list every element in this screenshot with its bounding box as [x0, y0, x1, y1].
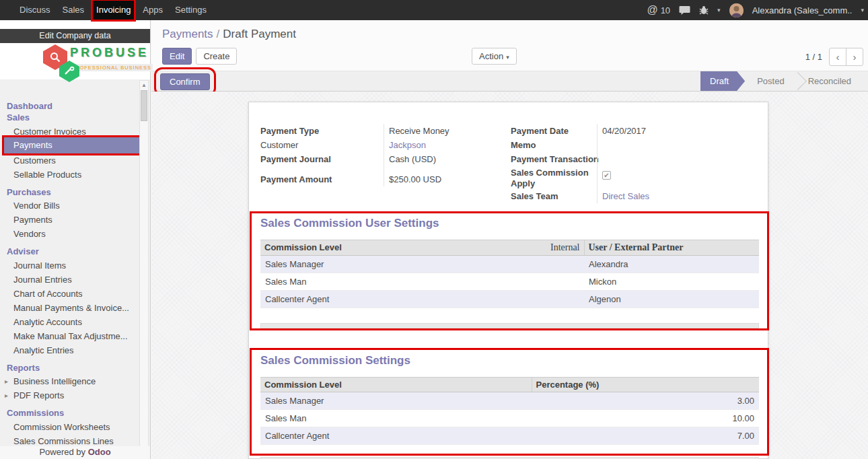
pager-previous-button[interactable]: ‹ — [829, 48, 846, 66]
breadcrumb-current: Draft Payment — [223, 28, 296, 40]
cell-commission-level[interactable]: Sales Manager — [260, 392, 532, 410]
cell-commission-level[interactable]: Sales Man — [260, 410, 532, 427]
table-row[interactable]: Callcenter Agent Algenon — [260, 291, 759, 308]
sidebar-item-sales-commissions-lines[interactable]: Sales Commissions Lines — [0, 435, 140, 447]
sidebar-heading-adviser[interactable]: Adviser — [0, 246, 140, 257]
bug-icon[interactable] — [699, 5, 709, 15]
table-row[interactable]: Sales Man 10.00 — [260, 410, 759, 427]
confirm-button[interactable]: Confirm — [160, 73, 210, 90]
nav-item-sales[interactable]: Sales — [59, 0, 89, 20]
sidebar-item-customers[interactable]: Customers — [0, 155, 140, 166]
label-customer: Customer — [260, 138, 384, 152]
label-sales-commission-apply: Sales Commission Apply — [511, 166, 597, 189]
section-title: Sales Commission Settings — [260, 354, 759, 367]
col-header-commission-level[interactable]: Commission Level — [260, 378, 532, 392]
user-menu-caret-icon[interactable]: ▾ — [861, 7, 864, 13]
sidebar-item-manual-payments-invoices[interactable]: Manual Payments & Invoice... — [0, 302, 140, 314]
scroll-up-icon[interactable]: ▲ — [140, 81, 148, 90]
sidebar-item-journal-items[interactable]: Journal Items — [0, 260, 140, 271]
scrollbar-thumb[interactable] — [141, 90, 147, 121]
status-reconciled[interactable]: Reconciled — [796, 71, 863, 91]
breadcrumb-payments-link[interactable]: Payments — [162, 28, 213, 40]
nav-item-discuss[interactable]: Discuss — [15, 0, 55, 20]
header-label: / External Partner — [607, 242, 683, 252]
value-sales-team-link[interactable]: Direct Sales — [602, 191, 649, 201]
value-payment-date: 04/20/2017 — [598, 124, 758, 138]
chat-bubble-icon[interactable] — [679, 5, 690, 15]
col-header-percentage[interactable]: Percentage (%) — [532, 378, 759, 392]
mentions-counter[interactable]: @ 10 — [647, 4, 670, 16]
nav-item-settings[interactable]: Settings — [171, 0, 211, 20]
sidebar-scrollbar[interactable]: ▲ ▼ — [139, 80, 149, 459]
nav-item-invoicing[interactable]: Invoicing — [92, 0, 135, 20]
expand-caret-icon: ▸ — [5, 376, 8, 387]
odoo-brand-link[interactable]: Odoo — [88, 447, 111, 457]
nav-item-apps[interactable]: Apps — [139, 0, 167, 20]
sidebar-item-commission-worksheets[interactable]: Commission Worksheets — [0, 421, 140, 433]
sales-commission-apply-checkbox[interactable]: ✔ — [602, 171, 611, 180]
edit-button[interactable]: Edit — [162, 48, 192, 65]
cell-percentage[interactable]: 7.00 — [532, 427, 759, 445]
col-header-commission-level[interactable]: Commission LevelInternal — [260, 240, 584, 256]
sidebar-item-pdf-reports[interactable]: ▸ PDF Reports — [0, 390, 140, 401]
label-payment-transaction: Payment Transaction — [511, 152, 597, 166]
sidebar-item-vendors[interactable]: Vendors — [0, 228, 140, 240]
table-row[interactable]: Sales Manager Alexandra — [260, 256, 759, 273]
col-header-internal-user-external-partner[interactable]: User / External Partner — [584, 240, 759, 256]
value-customer-link[interactable]: Jackpson — [389, 140, 426, 150]
edit-company-button[interactable]: Edit Company data — [0, 29, 150, 43]
cell-commission-level[interactable]: Sales Manager — [260, 256, 584, 273]
table-row[interactable]: Sales Man Mickon — [260, 273, 759, 291]
navbar-systray: @ 10 ▾ Alexandra (Sales_comm.. ▾ — [647, 0, 868, 20]
sidebar-item-business-intelligence[interactable]: ▸ Business Intelligence — [0, 376, 140, 387]
sidebar-item-payments-purchase[interactable]: Payments — [0, 214, 140, 225]
sidebar-heading-reports[interactable]: Reports — [0, 362, 140, 374]
cell-percentage[interactable]: 10.00 — [532, 410, 759, 427]
cell-commission-level[interactable]: Sales Man — [260, 273, 584, 291]
section-commission-settings: Sales Commission Settings Commission Lev… — [260, 354, 759, 445]
table-header-row: Commission Level Percentage (%) — [260, 378, 759, 392]
sidebar-heading-sales[interactable]: Sales — [0, 112, 140, 123]
action-dropdown[interactable]: Action▾ — [472, 48, 517, 65]
sidebar-item-chart-of-accounts[interactable]: Chart of Accounts — [0, 288, 140, 299]
cell-commission-level[interactable]: Callcenter Agent — [260, 427, 532, 445]
main-menu: Discuss Sales Invoicing Apps Settings — [0, 0, 213, 20]
label-payment-type: Payment Type — [260, 124, 384, 138]
sidebar-item-sellable-products[interactable]: Sellable Products — [0, 169, 140, 180]
horizontal-scrollbar-track[interactable] — [260, 323, 759, 328]
cell-user[interactable]: Mickon — [584, 273, 759, 291]
sidebar-item-make-manual-tax-adjustment[interactable]: Make Manual Tax Adjustme... — [0, 330, 140, 342]
commission-user-table: Commission LevelInternal User / External… — [260, 240, 759, 308]
sidebar-item-customer-invoices[interactable]: Customer Invoices — [0, 126, 140, 137]
sidebar-item-analytic-accounts[interactable]: Analytic Accounts — [0, 316, 140, 328]
table-row[interactable]: Callcenter Agent 7.00 — [260, 427, 759, 445]
pager-counter: 1 / 1 — [805, 52, 822, 62]
user-avatar[interactable] — [729, 3, 744, 17]
cell-user[interactable]: Alexandra — [584, 256, 759, 273]
spacer — [384, 166, 501, 172]
sidebar-heading-commissions[interactable]: Commissions — [0, 407, 140, 419]
cell-commission-level[interactable]: Callcenter Agent — [260, 291, 584, 308]
label-payment-date: Payment Date — [511, 124, 597, 138]
label-sales-team: Sales Team — [511, 189, 597, 203]
pager-next-button[interactable]: › — [846, 48, 863, 66]
sidebar-item-analytic-entries[interactable]: Analytic Entries — [0, 345, 140, 356]
status-draft: Draft — [700, 71, 745, 91]
sidebar-item-payments[interactable]: Payments — [4, 137, 140, 153]
sidebar-heading-purchases[interactable]: Purchases — [0, 186, 140, 198]
table-row[interactable]: Sales Manager 3.00 — [260, 392, 759, 410]
sidebar-item-dashboard[interactable]: Dashboard — [0, 100, 140, 112]
check-icon: ✔ — [604, 172, 609, 179]
sidebar-item-vendor-bills[interactable]: Vendor Bills — [0, 200, 140, 211]
main-content: Payments/Draft Payment Edit Create Actio… — [151, 20, 868, 459]
top-navbar: Discuss Sales Invoicing Apps Settings @ … — [0, 0, 868, 20]
breadcrumb-separator: / — [217, 28, 220, 40]
create-button[interactable]: Create — [196, 48, 237, 65]
systray-caret-icon[interactable]: ▾ — [717, 7, 721, 13]
user-menu[interactable]: Alexandra (Sales_comm.. — [752, 5, 853, 15]
action-label: Action — [479, 51, 503, 61]
cell-percentage[interactable]: 3.00 — [532, 392, 759, 410]
sidebar-item-journal-entries[interactable]: Journal Entries — [0, 274, 140, 285]
cell-user[interactable]: Algenon — [584, 291, 759, 308]
commission-settings-table: Commission Level Percentage (%) Sales Ma… — [260, 377, 759, 445]
